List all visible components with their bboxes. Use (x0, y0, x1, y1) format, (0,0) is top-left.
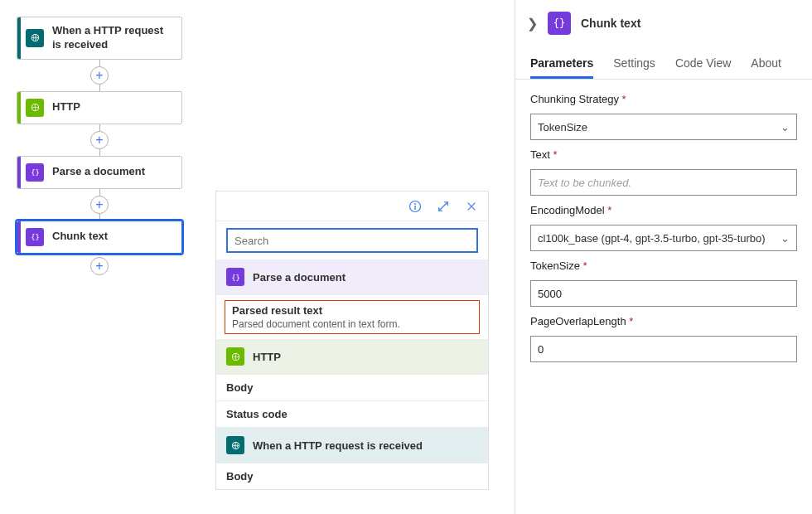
node-chunk-text[interactable]: {} Chunk text (17, 221, 182, 254)
tab-code-view[interactable]: Code View (675, 50, 731, 79)
add-step-button[interactable]: + (90, 196, 109, 214)
item-desc: Parsed document content in text form. (232, 318, 472, 330)
label-encoding-model: EncodingModel * (530, 204, 797, 216)
add-step-button[interactable]: + (90, 66, 109, 85)
expand-icon[interactable] (437, 200, 450, 213)
node-accent (17, 221, 21, 253)
tokensize-field[interactable] (538, 288, 790, 300)
panel-header: ❯ {} Chunk text (515, 0, 812, 50)
select-chunking-strategy[interactable]: TokenSize ⌄ (530, 114, 797, 140)
node-label: Chunk text (52, 230, 108, 244)
label-page-overlap: PageOverlapLength * (530, 315, 797, 327)
properties-panel: ❯ {} Chunk text Parameters Settings Code… (515, 0, 812, 514)
select-value: TokenSize (538, 121, 587, 133)
select-encoding-model[interactable]: cl100k_base (gpt-4, gpt-3.5-turbo, gpt-3… (530, 225, 797, 251)
braces-icon: {} (26, 228, 44, 246)
svg-rect-6 (414, 206, 415, 210)
braces-icon: {} (226, 268, 244, 286)
connector: + (17, 189, 182, 221)
panel-toolbar (216, 192, 488, 221)
input-text[interactable] (530, 169, 797, 196)
dynamic-content-panel: {} Parse a document Parsed result text P… (215, 191, 489, 490)
label-token-size: TokenSize * (530, 259, 797, 272)
input-page-overlap[interactable] (530, 336, 797, 362)
item-body-trigger[interactable]: Body (216, 463, 488, 489)
svg-text:{}: {} (553, 17, 565, 29)
node-http[interactable]: HTTP (17, 91, 182, 124)
search-wrap (216, 221, 488, 259)
add-step-button[interactable]: + (90, 131, 109, 149)
node-label: When a HTTP request is received (52, 24, 173, 52)
connector: + (17, 254, 182, 279)
http-action-icon (26, 99, 44, 117)
item-title: Body (226, 470, 478, 482)
label-chunking-strategy: Chunking Strategy * (530, 93, 797, 105)
section-title: HTTP (253, 351, 281, 363)
http-trigger-icon (26, 29, 44, 47)
add-step-button[interactable]: + (90, 257, 109, 275)
search-input[interactable] (226, 228, 478, 253)
braces-icon: {} (26, 163, 44, 182)
node-accent (17, 157, 21, 188)
chevron-right-icon[interactable]: ❯ (527, 16, 538, 32)
panel-title: Chunk text (581, 17, 640, 30)
section-parse-document[interactable]: {} Parse a document (216, 259, 488, 295)
connector: + (17, 124, 182, 156)
chevron-down-icon: ⌄ (781, 121, 790, 133)
node-accent (17, 17, 21, 59)
svg-text:{}: {} (31, 233, 40, 241)
tab-parameters[interactable]: Parameters (530, 50, 593, 79)
chevron-down-icon: ⌄ (781, 232, 790, 245)
tab-about[interactable]: About (751, 50, 781, 79)
item-title: Parsed result text (232, 304, 472, 317)
item-title: Status code (226, 408, 478, 420)
svg-point-5 (414, 203, 416, 205)
node-http-trigger[interactable]: When a HTTP request is received (17, 17, 182, 60)
http-action-icon (226, 347, 244, 366)
section-http[interactable]: HTTP (216, 339, 488, 375)
info-icon[interactable] (408, 200, 422, 213)
node-parse-document[interactable]: {} Parse a document (17, 156, 182, 189)
section-title: Parse a document (253, 271, 346, 284)
tabs: Parameters Settings Code View About (515, 50, 812, 80)
label-text: Text * (530, 148, 797, 161)
workflow-canvas: When a HTTP request is received + HTTP +… (17, 17, 182, 279)
svg-text:{}: {} (231, 273, 240, 281)
text-field[interactable] (538, 177, 790, 189)
overlap-field[interactable] (538, 343, 790, 356)
item-title: Body (226, 381, 478, 394)
tab-settings[interactable]: Settings (613, 50, 655, 79)
node-accent (17, 92, 21, 124)
svg-text:{}: {} (31, 168, 40, 177)
item-body[interactable]: Body (216, 375, 488, 401)
section-http-trigger[interactable]: When a HTTP request is received (216, 428, 488, 463)
braces-icon: {} (548, 12, 571, 35)
form: Chunking Strategy * TokenSize ⌄ Text * E… (515, 80, 812, 376)
connector: + (17, 60, 182, 91)
item-status-code[interactable]: Status code (216, 401, 488, 428)
node-label: HTTP (52, 100, 80, 114)
input-token-size[interactable] (530, 280, 797, 307)
section-title: When a HTTP request is received (253, 439, 423, 452)
node-label: Parse a document (52, 165, 145, 179)
http-trigger-icon (226, 436, 244, 454)
close-icon[interactable] (465, 200, 478, 213)
select-value: cl100k_base (gpt-4, gpt-3.5-turbo, gpt-3… (538, 232, 766, 245)
item-parsed-result-text[interactable]: Parsed result text Parsed document conte… (225, 300, 480, 334)
